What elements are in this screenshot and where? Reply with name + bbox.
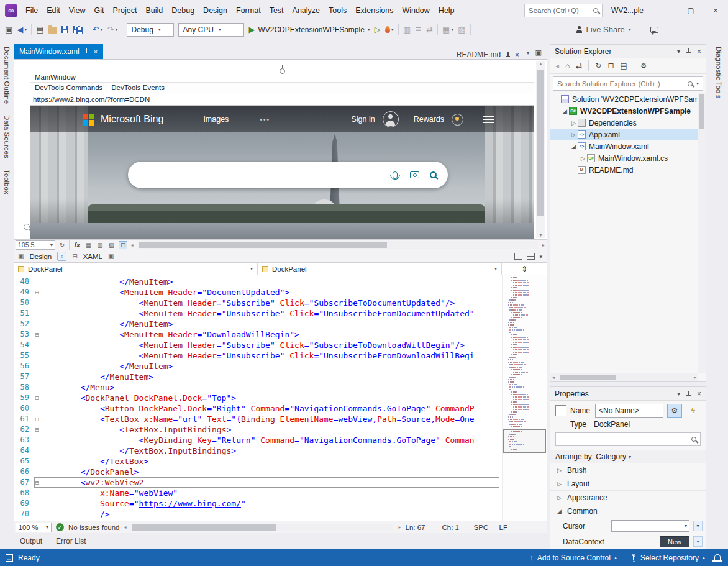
show-all-files-icon[interactable]: ▤ <box>620 62 627 70</box>
scroll-left-icon[interactable]: ◂ <box>130 242 133 248</box>
selection-anchor-icon[interactable] <box>280 68 285 74</box>
editor-zoom-dropdown[interactable]: 100 %▾ <box>16 523 52 532</box>
scrollbar-thumb[interactable] <box>132 524 276 531</box>
search-icon[interactable] <box>430 171 437 178</box>
fold-icon[interactable] <box>32 456 42 467</box>
bottom-panel-tab[interactable]: Output <box>20 537 42 545</box>
scrollbar-thumb[interactable] <box>537 70 544 216</box>
feedback-icon[interactable] <box>650 27 658 33</box>
code-line[interactable]: 67 ⊟ <wv2:WebView2 <box>14 477 547 488</box>
menubar-item[interactable]: Build <box>141 4 167 17</box>
pin-icon[interactable] <box>686 48 691 55</box>
close-tab-icon[interactable]: × <box>515 51 519 58</box>
fold-icon[interactable]: ⊟ <box>32 287 42 298</box>
code-line[interactable]: 57 </MenuItem> <box>14 372 547 382</box>
fold-icon[interactable] <box>32 340 42 350</box>
hot-reload-icon[interactable]: ▾ <box>385 26 394 33</box>
menubar-item[interactable]: Analyze <box>288 4 324 17</box>
properties-search-box[interactable] <box>555 432 701 446</box>
pin-icon[interactable] <box>84 48 89 55</box>
chevron-down-icon[interactable]: ▾ <box>677 48 680 55</box>
float-window-icon[interactable]: ▣ <box>535 48 542 57</box>
fold-icon[interactable] <box>32 498 42 509</box>
visual-search-icon[interactable] <box>410 171 419 178</box>
show-grid-icon[interactable]: ▦ <box>84 242 93 249</box>
code-line[interactable]: 60 <Button DockPanel.Dock="Right" Comman… <box>14 403 547 414</box>
switch-views-icon[interactable]: ⇄ <box>576 62 582 70</box>
split-resize-handle[interactable]: ⇕ <box>502 263 547 275</box>
fold-icon[interactable] <box>32 382 42 393</box>
code-line[interactable]: 58 </Menu> <box>14 382 547 393</box>
tree-row[interactable]: ◢ C# WV2CDPExtensionWPFSample <box>550 105 706 117</box>
notifications-bell-icon[interactable] <box>714 554 721 560</box>
fold-icon[interactable]: ⊟ <box>32 329 42 340</box>
scroll-right-icon[interactable]: ▸ <box>398 524 401 530</box>
menubar-item[interactable]: Window <box>398 4 434 17</box>
left-tool-tab[interactable]: Document Outline <box>3 47 11 104</box>
fold-icon[interactable] <box>32 350 42 361</box>
properties-header[interactable]: Properties ▾ × <box>550 387 706 401</box>
menubar-item[interactable]: Edit <box>42 4 65 17</box>
tree-row[interactable]: ◢ <> MainWindow.xaml <box>550 140 706 152</box>
scrollbar-thumb[interactable] <box>699 94 704 129</box>
fold-icon[interactable] <box>32 298 42 308</box>
property-category-row[interactable]: ▷ Brush <box>550 463 706 477</box>
expander-icon[interactable]: ▷ <box>570 120 578 126</box>
close-button[interactable]: × <box>703 0 728 21</box>
code-line[interactable]: 63 <KeyBinding Key="Return" Command="Nav… <box>14 435 547 445</box>
line-ending-indicator[interactable]: LF <box>499 524 517 531</box>
designer-pan-zoom-icon[interactable] <box>24 223 30 232</box>
add-to-source-control-button[interactable]: ↑ Add to Source Control ▴ <box>523 549 624 566</box>
code-line[interactable]: 51 <MenuItem Header="Unsubscribe" Click=… <box>14 308 547 319</box>
menubar-item[interactable]: Debug <box>167 4 199 17</box>
active-files-dropdown-icon[interactable]: ▾ <box>527 49 530 56</box>
design-window-preview[interactable]: MainWindow DevTools Commands DevTools Ev… <box>30 71 534 239</box>
code-line[interactable]: 62 ⊟ <TextBox.InputBindings> <box>14 424 547 435</box>
save-all-icon[interactable] <box>73 25 83 34</box>
snaplines-icon[interactable]: ▧ <box>107 242 116 249</box>
property-category-row[interactable]: ▷ Layout <box>550 477 706 491</box>
fold-icon[interactable]: ⊟ <box>32 424 42 435</box>
menubar-item[interactable]: Format <box>232 4 265 17</box>
back-icon[interactable]: ◂ <box>555 62 559 70</box>
home-icon[interactable]: ⌂ <box>565 62 570 70</box>
fold-icon[interactable] <box>32 467 42 477</box>
code-line[interactable]: 56 </MenuItem> <box>14 361 547 372</box>
tree-row[interactable]: ▷ <> App.xaml <box>550 129 706 140</box>
arrange-by-dropdown[interactable]: Arrange by: Category ▾ <box>550 450 706 463</box>
fold-icon[interactable] <box>32 488 42 498</box>
start-without-debugging-icon[interactable]: ▷ <box>375 25 381 34</box>
code-line[interactable]: 52 </MenuItem> <box>14 319 547 329</box>
scroll-right-icon[interactable]: ▸ <box>542 242 545 248</box>
fold-icon[interactable] <box>32 361 42 372</box>
profile-avatar-icon[interactable] <box>383 111 399 127</box>
menubar-item[interactable]: File <box>21 4 42 17</box>
collapse-all-icon[interactable]: ⊟ <box>607 62 614 70</box>
vertical-split-icon[interactable] <box>514 253 522 260</box>
find-in-files-icon[interactable]: ▥ <box>403 25 411 34</box>
select-repository-button[interactable]: Select Repository ▴ <box>624 549 712 566</box>
bing-logo-text[interactable]: Microsoft Bing <box>101 114 163 125</box>
close-icon[interactable]: × <box>697 47 701 56</box>
indent-icon[interactable]: ⇄ <box>426 25 433 34</box>
bookmark-icon[interactable]: ▦▾ <box>442 25 453 34</box>
close-icon[interactable]: × <box>697 390 701 398</box>
code-line[interactable]: 66 </DockPanel> <box>14 467 547 477</box>
code-line[interactable]: 50 <MenuItem Header="Subscribe" Click="S… <box>14 298 547 308</box>
fold-icon[interactable] <box>32 435 42 445</box>
tab-mainwindow-xaml[interactable]: MainWindow.xaml × <box>14 44 103 59</box>
expander-icon[interactable]: ▷ <box>555 467 563 473</box>
designer-horizontal-scrollbar[interactable] <box>138 241 538 249</box>
breadcrumb-element-left[interactable]: DockPanel ▾ <box>14 263 258 275</box>
properties-wrench-icon[interactable]: ⚙ <box>640 62 647 70</box>
scrollbar-thumb[interactable] <box>139 242 388 248</box>
hamburger-menu-icon[interactable] <box>483 116 494 123</box>
design-tab[interactable]: Design <box>29 253 52 260</box>
fold-icon[interactable] <box>32 372 42 382</box>
property-category-row[interactable]: ◢ Common <box>550 504 706 518</box>
pin-icon[interactable] <box>686 391 691 397</box>
menubar-item[interactable]: Tools <box>324 4 351 17</box>
expander-icon[interactable]: ◢ <box>561 108 569 114</box>
menubar-item[interactable]: View <box>65 4 90 17</box>
tree-horizontal-scrollbar[interactable]: ◂ ▸ <box>550 373 698 381</box>
